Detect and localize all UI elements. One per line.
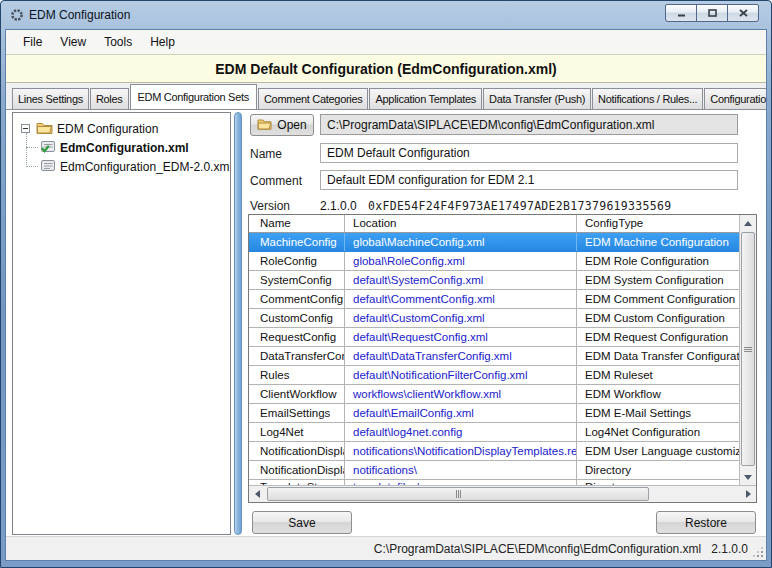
cell-location-link[interactable]: notifications\NotificationDisplayTemplat… — [345, 442, 577, 460]
collapse-expander-icon[interactable] — [21, 124, 30, 133]
tree-item-label[interactable]: EdmConfiguration.xml — [60, 141, 189, 155]
column-header-configtype[interactable]: ConfigType — [577, 215, 739, 232]
table-row[interactable]: Log4Net default\log4net.config Log4Net C… — [249, 423, 739, 442]
scroll-down-button[interactable] — [740, 469, 756, 485]
table-row[interactable]: MachineConfig global\MachineConfig.xml E… — [249, 233, 739, 252]
tab-lines-settings[interactable]: Lines Settings — [12, 88, 89, 109]
maximize-icon — [708, 9, 717, 17]
table-row[interactable]: NotificationDisplay notifications\Notifi… — [249, 442, 739, 461]
menu-file[interactable]: File — [14, 30, 51, 54]
table-row[interactable]: Rules default\NotificationFilterConfig.x… — [249, 366, 739, 385]
table-row[interactable]: ClientWorkflow workflows\clientWorkflow.… — [249, 385, 739, 404]
tab-content: EDM Configuration EdmConfiguration.xml — [6, 109, 766, 536]
menu-tools[interactable]: Tools — [95, 30, 141, 54]
table-header: Name Location ConfigType — [249, 215, 739, 233]
cell-configtype: EDM Comment Configuration — [577, 290, 739, 308]
config-path-field[interactable] — [320, 114, 738, 135]
cell-configtype: EDM E-Mail Settings — [577, 404, 739, 422]
close-button[interactable] — [727, 4, 759, 22]
folder-open-icon — [257, 118, 272, 133]
table-row[interactable]: NotificationDisplay... notifications\ Di… — [249, 461, 739, 480]
banner: EDM Default Configuration (EdmConfigurat… — [6, 54, 766, 83]
tree-item-label[interactable]: EdmConfiguration_EDM-2.0.xml — [60, 160, 231, 174]
maximize-button[interactable] — [696, 4, 728, 22]
column-header-name[interactable]: Name — [249, 215, 345, 232]
cell-location-link[interactable]: default\NotificationFilterConfig.xml — [345, 366, 577, 384]
app-window: EDM Configuration File View Tools Help E… — [0, 0, 772, 568]
scroll-left-button[interactable] — [249, 486, 265, 502]
minimize-button[interactable] — [665, 4, 697, 22]
resize-grip[interactable] — [753, 547, 763, 557]
horizontal-scroll-thumb[interactable] — [267, 487, 649, 501]
folder-open-icon — [36, 121, 53, 137]
cell-location-link[interactable]: default\RequestConfig.xml — [345, 328, 577, 346]
cell-location-link[interactable]: default\log4net.config — [345, 423, 577, 441]
cell-location-link[interactable]: default\EmailConfig.xml — [345, 404, 577, 422]
cell-name: EmailSettings — [249, 404, 345, 422]
tab-configuration-status[interactable]: Configuration Status — [704, 88, 766, 109]
table-row[interactable]: RequestConfig default\RequestConfig.xml … — [249, 328, 739, 347]
version-label: Version — [250, 199, 290, 213]
cell-location-link[interactable]: global\RoleConfig.xml — [345, 252, 577, 270]
name-field[interactable] — [320, 143, 738, 163]
cell-name: NotificationDisplay — [249, 442, 345, 460]
cell-configtype: Log4Net Configuration — [577, 423, 739, 441]
arrow-left-icon — [255, 490, 260, 498]
table-row[interactable]: SystemConfig default\SystemConfig.xml ED… — [249, 271, 739, 290]
cell-name: CommentConfig — [249, 290, 345, 308]
save-button[interactable]: Save — [252, 511, 352, 534]
tree-item-edmconfiguration-edm-2-0-xml[interactable]: EdmConfiguration_EDM-2.0.xml — [26, 157, 228, 176]
vertical-scrollbar[interactable] — [739, 215, 756, 485]
vertical-scroll-thumb[interactable] — [741, 232, 755, 466]
cell-location-link[interactable]: default\CommentConfig.xml — [345, 290, 577, 308]
client-area: File View Tools Help EDM Default Configu… — [5, 29, 767, 561]
cell-location-link[interactable]: workflows\clientWorkflow.xml — [345, 385, 577, 403]
scroll-up-button[interactable] — [740, 215, 756, 231]
tree-root-label[interactable]: EDM Configuration — [57, 122, 158, 136]
column-header-location[interactable]: Location — [345, 215, 577, 232]
open-button[interactable]: Open — [250, 114, 314, 136]
scroll-right-button[interactable] — [740, 486, 756, 502]
cell-name: SystemConfig — [249, 271, 345, 289]
version-hash: 0xFDE54F24F4F973AE17497ADE2B173796193355… — [368, 199, 671, 213]
cell-name: NotificationDisplay... — [249, 461, 345, 479]
config-files-table: Name Location ConfigType MachineConfig g… — [248, 214, 757, 503]
menu-view[interactable]: View — [51, 30, 95, 54]
tab-data-transfer-push[interactable]: Data Transfer (Push) — [483, 88, 591, 109]
comment-field[interactable] — [320, 170, 738, 190]
tree-children: EdmConfiguration.xml EdmConfiguration_ED… — [26, 138, 228, 176]
tab-roles[interactable]: Roles — [90, 88, 129, 109]
table-row[interactable]: RoleConfig global\RoleConfig.xml EDM Rol… — [249, 252, 739, 271]
cell-configtype: EDM System Configuration — [577, 271, 739, 289]
splitter-handle[interactable] — [234, 112, 242, 535]
table-row[interactable]: CustomConfig default\CustomConfig.xml ED… — [249, 309, 739, 328]
arrow-right-icon — [746, 490, 751, 498]
page-title: EDM Default Configuration (EdmConfigurat… — [215, 61, 556, 77]
menu-help[interactable]: Help — [141, 30, 184, 54]
cell-configtype: EDM Custom Configuration — [577, 309, 739, 327]
table-row[interactable]: EmailSettings default\EmailConfig.xml ED… — [249, 404, 739, 423]
cell-location-link[interactable]: notifications\ — [345, 461, 577, 479]
status-version: 2.1.0.0 — [711, 542, 748, 556]
horizontal-scrollbar[interactable] — [249, 485, 756, 502]
config-set-panel: Open Name Comment Version 2.1.0.0 0xFDE5… — [246, 111, 758, 535]
table-row[interactable]: CommentConfig default\CommentConfig.xml … — [249, 290, 739, 309]
cell-configtype: EDM Machine Configuration — [577, 233, 739, 251]
tab-edm-configuration-sets[interactable]: EDM Configuration Sets — [130, 84, 257, 109]
titlebar[interactable]: EDM Configuration — [1, 1, 771, 29]
restore-button[interactable]: Restore — [656, 511, 756, 534]
tab-application-templates[interactable]: Application Templates — [369, 88, 482, 109]
cell-name: DataTransferConfig — [249, 347, 345, 365]
tabstrip: Lines Settings Roles EDM Configuration S… — [6, 83, 766, 109]
tab-comment-categories[interactable]: Comment Categories — [258, 88, 369, 109]
statusbar: C:\ProgramData\SIPLACE\EDM\config\EdmCon… — [6, 536, 766, 560]
minimize-icon — [677, 9, 686, 17]
tree-item-edmconfiguration-xml[interactable]: EdmConfiguration.xml — [26, 138, 228, 157]
cell-location-link[interactable]: default\CustomConfig.xml — [345, 309, 577, 327]
cell-location-link[interactable]: default\SystemConfig.xml — [345, 271, 577, 289]
cell-location-link[interactable]: global\MachineConfig.xml — [345, 233, 577, 251]
tab-notifications-rules[interactable]: Notifications / Rules... — [592, 88, 703, 109]
tree-root-edm-configuration[interactable]: EDM Configuration — [15, 119, 228, 138]
table-row[interactable]: DataTransferConfig default\DataTransferC… — [249, 347, 739, 366]
cell-location-link[interactable]: default\DataTransferConfig.xml — [345, 347, 577, 365]
